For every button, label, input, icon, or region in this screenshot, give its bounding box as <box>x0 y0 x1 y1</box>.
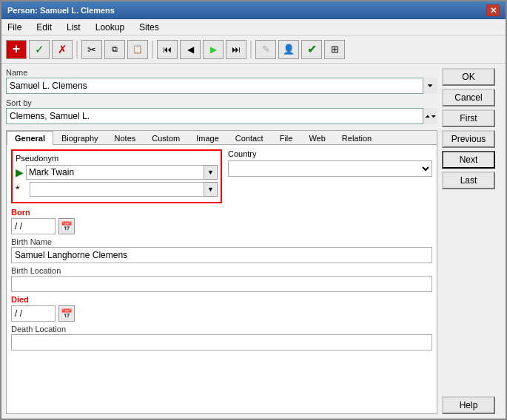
tab-custom[interactable]: Custom <box>144 131 188 145</box>
person-button[interactable]: 👤 <box>278 40 299 59</box>
separator-1 <box>76 41 78 58</box>
country-label: Country <box>228 149 432 158</box>
big-check-button[interactable]: ✔ <box>301 40 322 59</box>
pseudonym-input-2[interactable] <box>30 182 204 197</box>
grid-button[interactable]: ⊞ <box>324 40 345 59</box>
death-location-input[interactable] <box>11 334 432 350</box>
right-panel: OK Cancel First Previous Next Last Help <box>442 68 501 414</box>
tab-biography[interactable]: Biography <box>53 131 107 145</box>
cancel-button[interactable]: Cancel <box>442 89 495 106</box>
spacer <box>442 192 501 393</box>
died-label: Died <box>11 295 432 304</box>
menu-edit[interactable]: Edit <box>33 21 55 33</box>
died-date-row: 📅 <box>11 305 432 322</box>
delete-button[interactable]: ✗ <box>52 40 73 59</box>
died-calendar-btn[interactable]: 📅 <box>58 305 75 322</box>
birth-name-label: Birth Name <box>11 237 432 246</box>
tab-notes[interactable]: Notes <box>107 131 144 145</box>
separator-2 <box>152 41 153 58</box>
born-date-row: 📅 <box>11 218 432 234</box>
birth-location-label: Birth Location <box>11 266 432 275</box>
born-section: Born 📅 <box>11 208 432 234</box>
help-button[interactable]: Help <box>442 396 495 414</box>
first-nav-button[interactable]: ⏮ <box>157 40 178 59</box>
country-box: Country <box>228 149 432 203</box>
birth-name-group: Birth Name <box>11 237 432 263</box>
born-calendar-btn[interactable]: 📅 <box>58 218 75 234</box>
tab-contact[interactable]: Contact <box>227 131 272 145</box>
menu-lookup[interactable]: Lookup <box>93 21 127 33</box>
menu-sites[interactable]: Sites <box>136 21 162 33</box>
tab-content-general: Pseudonym ▶ ▼ * ▼ <box>7 145 437 413</box>
tab-general[interactable]: General <box>7 131 53 145</box>
cut-button[interactable]: ✂ <box>81 40 102 59</box>
sortby-dropdown-btn[interactable]: ⏶⏷ <box>423 108 437 124</box>
pseudonym-country-row: Pseudonym ▶ ▼ * ▼ <box>11 149 432 203</box>
pseudonym-label: Pseudonym <box>16 154 218 163</box>
tab-bar: General Biography Notes Custom Image Con… <box>7 131 437 145</box>
name-dropdown-btn[interactable]: ⏷ <box>423 78 437 94</box>
pseudonym-input-row-1: ▶ ▼ <box>16 165 218 180</box>
tab-relation[interactable]: Relation <box>334 131 380 145</box>
birth-name-input[interactable] <box>11 247 432 263</box>
death-location-group: Death Location <box>11 325 432 350</box>
name-input[interactable] <box>6 78 437 94</box>
last-button[interactable]: Last <box>442 172 495 189</box>
menu-list[interactable]: List <box>64 21 84 33</box>
name-label: Name <box>6 68 437 77</box>
pseudonym-dropdown-btn[interactable]: ▼ <box>204 165 218 180</box>
pseudonym-input[interactable] <box>26 165 204 180</box>
born-date-input[interactable] <box>11 218 56 234</box>
birth-location-group: Birth Location <box>11 266 432 292</box>
sortby-input[interactable] <box>6 108 437 124</box>
tabs-container: General Biography Notes Custom Image Con… <box>6 130 437 414</box>
pseudonym-input-row-2: * ▼ <box>16 182 218 197</box>
pseudonym-star-icon: * <box>16 183 27 195</box>
born-label: Born <box>11 208 432 217</box>
name-input-wrapper: ⏷ <box>6 78 437 94</box>
died-date-input[interactable] <box>11 305 56 322</box>
pseudonym-dropdown-btn-2[interactable]: ▼ <box>204 182 218 197</box>
name-row: Name ⏷ <box>6 68 437 94</box>
copy-button[interactable]: ⧉ <box>104 40 125 59</box>
menu-file[interactable]: File <box>4 21 24 33</box>
next-button[interactable]: Next <box>442 151 495 169</box>
window-title: Person: Samuel L. Clemens <box>7 6 115 15</box>
ok-button[interactable]: OK <box>442 68 495 86</box>
check-button[interactable]: ✓ <box>29 40 50 59</box>
country-select[interactable] <box>228 160 432 177</box>
paste-button[interactable]: 📋 <box>127 40 148 59</box>
previous-button[interactable]: Previous <box>442 130 495 148</box>
pseudonym-expand-icon[interactable]: ▶ <box>16 166 24 178</box>
tab-file[interactable]: File <box>272 131 301 145</box>
death-location-label: Death Location <box>11 325 432 333</box>
toolbar: + ✓ ✗ ✂ ⧉ 📋 ⏮ ◀ ▶ ⏭ ✎ 👤 ✔ ⊞ <box>1 35 506 64</box>
main-window: Person: Samuel L. Clemens ✕ File Edit Li… <box>0 0 507 420</box>
separator-3 <box>250 41 252 58</box>
died-section: Died 📅 <box>11 295 432 322</box>
sortby-row: Sort by ⏶⏷ <box>6 98 437 124</box>
close-button[interactable]: ✕ <box>486 4 500 16</box>
next-nav-button[interactable]: ▶ <box>203 40 224 59</box>
tab-image[interactable]: Image <box>188 131 227 145</box>
edit-button[interactable]: ✎ <box>255 40 276 59</box>
sortby-label: Sort by <box>6 98 437 107</box>
prev-nav-button[interactable]: ◀ <box>180 40 201 59</box>
pseudonym-box: Pseudonym ▶ ▼ * ▼ <box>11 149 222 203</box>
add-button[interactable]: + <box>6 40 27 59</box>
left-panel: Name ⏷ Sort by ⏶⏷ General Biography <box>6 68 437 414</box>
sortby-input-wrapper: ⏶⏷ <box>6 108 437 124</box>
title-bar: Person: Samuel L. Clemens ✕ <box>1 1 506 19</box>
tab-web[interactable]: Web <box>300 131 333 145</box>
main-content: Name ⏷ Sort by ⏶⏷ General Biography <box>1 64 506 419</box>
first-button[interactable]: First <box>442 109 495 127</box>
menu-bar: File Edit List Lookup Sites <box>1 19 506 35</box>
birth-location-input[interactable] <box>11 276 432 292</box>
last-nav-button[interactable]: ⏭ <box>226 40 246 59</box>
